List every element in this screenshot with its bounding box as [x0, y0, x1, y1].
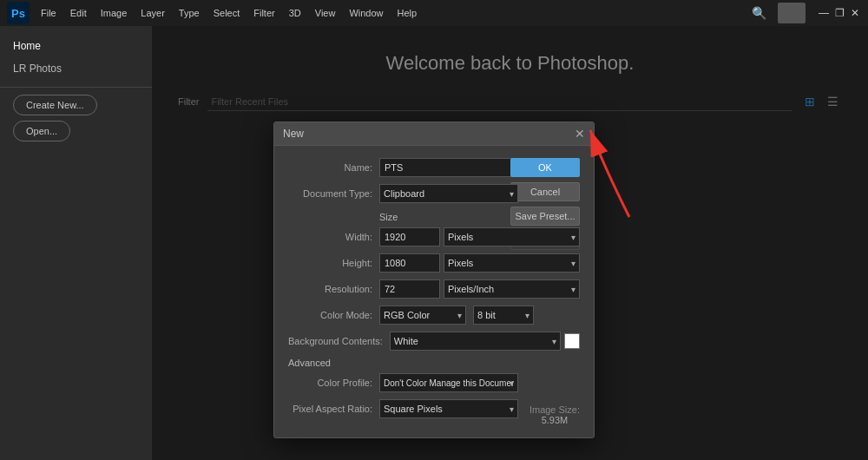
pixel-aspect-select[interactable]: Square Pixels	[379, 399, 518, 418]
new-document-dialog: New ✕ OK Cancel Save Preset... Delete Pr…	[273, 122, 595, 438]
image-size-label: Image Size:	[529, 404, 580, 415]
bg-color-swatch[interactable]	[564, 333, 580, 349]
menu-bar: File Edit Image Layer Type Select Filter…	[35, 5, 423, 21]
titlebar-right: 🔍 — ❐ ✕	[748, 3, 861, 23]
color-mode-row: Color Mode: RGB Color 8 bit	[288, 306, 580, 325]
advanced-section-header: Advanced	[288, 358, 580, 368]
bg-contents-row: Background Contents: White	[288, 332, 580, 351]
resolution-label: Resolution:	[288, 284, 379, 294]
ps-logo: Ps	[7, 2, 30, 24]
bit-depth-select[interactable]: 8 bit	[473, 306, 534, 325]
minimize-button[interactable]: —	[818, 7, 830, 19]
dialog-titlebar: New ✕	[274, 122, 594, 146]
name-label: Name:	[288, 162, 379, 173]
titlebar-left: Ps File Edit Image Layer Type Select Fil…	[7, 2, 423, 24]
menu-type[interactable]: Type	[173, 5, 206, 21]
menu-image[interactable]: Image	[95, 5, 134, 21]
sidebar-item-lr-photos[interactable]: LR Photos	[0, 57, 152, 80]
doc-type-label: Document Type:	[288, 188, 379, 199]
height-input[interactable]	[379, 253, 440, 273]
menu-select[interactable]: Select	[207, 5, 247, 21]
open-button[interactable]: Open...	[13, 121, 70, 141]
search-icon[interactable]: 🔍	[748, 3, 769, 23]
menu-help[interactable]: Help	[391, 5, 424, 21]
main-layout: Home LR Photos Create New... Open... Wel…	[0, 26, 868, 460]
menu-filter[interactable]: Filter	[247, 5, 280, 21]
doc-type-select[interactable]: Clipboard	[379, 184, 518, 203]
resolution-input[interactable]	[379, 279, 440, 299]
sidebar-divider	[0, 87, 152, 88]
menu-file[interactable]: File	[35, 5, 62, 21]
menu-edit[interactable]: Edit	[64, 5, 93, 21]
dialog-title-label: New	[283, 128, 304, 140]
ok-button[interactable]: OK	[510, 158, 580, 177]
resolution-unit-select[interactable]: Pixels/Inch	[444, 279, 580, 299]
bg-contents-label: Background Contents:	[288, 336, 390, 346]
menu-view[interactable]: View	[309, 5, 342, 21]
color-profile-row: Color Profile: Don't Color Manage this D…	[288, 373, 580, 392]
width-input[interactable]	[379, 227, 440, 246]
width-unit-select[interactable]: Pixels	[444, 227, 580, 246]
menu-layer[interactable]: Layer	[135, 5, 171, 21]
width-row: Width: Pixels	[288, 227, 580, 246]
color-mode-select[interactable]: RGB Color	[379, 306, 466, 325]
user-avatar[interactable]	[778, 3, 806, 23]
titlebar: Ps File Edit Image Layer Type Select Fil…	[0, 0, 868, 26]
height-label: Height:	[288, 258, 379, 268]
color-mode-label: Color Mode:	[288, 310, 379, 320]
bg-contents-select[interactable]: White	[390, 332, 561, 351]
save-preset-button[interactable]: Save Preset...	[510, 207, 580, 226]
create-new-button[interactable]: Create New...	[13, 95, 97, 115]
dialog-close-button[interactable]: ✕	[575, 128, 585, 140]
height-unit-select[interactable]: Pixels	[444, 253, 580, 273]
dialog-body: OK Cancel Save Preset... Delete Preset..…	[274, 146, 594, 437]
maximize-button[interactable]: ❐	[833, 7, 845, 19]
close-button[interactable]: ✕	[849, 7, 861, 19]
resolution-row: Resolution: Pixels/Inch	[288, 279, 580, 299]
sidebar-item-home[interactable]: Home	[0, 35, 152, 57]
image-size-value: 5.93M	[529, 415, 580, 425]
pixel-aspect-label: Pixel Aspect Ratio:	[288, 404, 379, 414]
color-profile-label: Color Profile:	[288, 378, 379, 388]
image-size-info: Image Size: 5.93M	[529, 404, 580, 425]
menu-3d[interactable]: 3D	[283, 5, 307, 21]
sidebar: Home LR Photos Create New... Open...	[0, 26, 152, 460]
height-row: Height: Pixels	[288, 253, 580, 273]
menu-window[interactable]: Window	[343, 5, 389, 21]
content-area: Welcome back to Photoshop. Filter ⊞ ☰ Ne…	[152, 26, 868, 460]
cancel-button[interactable]: Cancel	[510, 182, 580, 201]
width-label: Width:	[288, 232, 379, 242]
color-profile-select[interactable]: Don't Color Manage this Document	[379, 373, 518, 392]
